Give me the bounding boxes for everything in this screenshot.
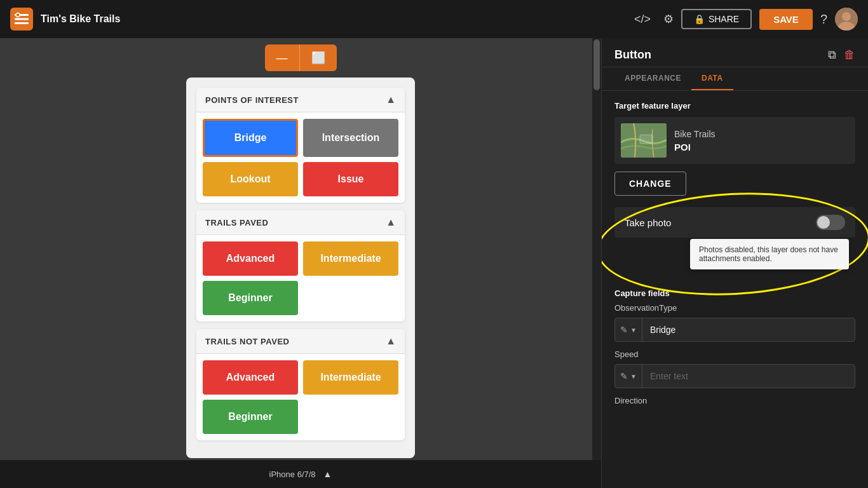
poi-section-header-points: POINTS OF INTEREST ▲: [196, 88, 405, 112]
right-panel: Button ⧉ 🗑 APPEARANCE DATA Target featur…: [601, 38, 868, 488]
capture-fields-label: Capture fields: [614, 288, 855, 298]
svg-point-5: [842, 12, 851, 21]
paved-advanced-button[interactable]: Advanced: [203, 241, 298, 276]
observation-type-value: Bridge: [642, 318, 855, 341]
poi-section-toggle-points[interactable]: ▲: [386, 94, 396, 105]
feature-layer-info: Bike Trails POI: [674, 129, 715, 152]
topbar-icons: </> ⚙: [634, 12, 674, 26]
chevron-up-icon[interactable]: ▲: [323, 469, 332, 479]
device-bar: iPhone 6/7/8 ▲: [0, 460, 601, 488]
take-photo-toggle[interactable]: [816, 215, 845, 230]
poi-section-points: POINTS OF INTEREST ▲ Bridge Intersection…: [196, 88, 405, 203]
unpaved-intermediate-button[interactable]: Intermediate: [303, 360, 398, 395]
main-area: — ⬜ POINTS OF INTEREST ▲ Bridge Intersec…: [0, 38, 868, 488]
speed-field: ✎ ▼: [614, 364, 855, 388]
poi-section-paved: Trails Paved ▲ Advanced Intermediate Beg…: [196, 210, 405, 322]
save-button[interactable]: SAVE: [759, 9, 813, 30]
device-label: iPhone 6/7/8: [269, 470, 316, 479]
chevron-down-icon-speed: ▼: [630, 373, 637, 380]
poi-section-title-paved: Trails Paved: [205, 218, 268, 227]
feature-layer-thumbnail: [621, 123, 667, 158]
chevron-down-icon: ▼: [630, 327, 637, 334]
scrollbar-thumb: [593, 39, 600, 90]
paved-intermediate-button[interactable]: Intermediate: [303, 241, 398, 276]
speed-edit-icon[interactable]: ✎ ▼: [615, 365, 642, 388]
app-title: Tim's Bike Trails: [41, 13, 627, 25]
intersection-button[interactable]: Intersection: [303, 119, 398, 157]
take-photo-label: Take photo: [625, 217, 671, 228]
panel-header: Button ⧉ 🗑: [602, 38, 868, 67]
panel-body: Target feature layer Bike Trails P: [602, 91, 868, 488]
issue-button[interactable]: Issue: [303, 162, 398, 196]
share-button[interactable]: 🔒 SHARE: [681, 9, 752, 29]
poi-section-unpaved: Trails Not Paved ▲ Advanced Intermediate…: [196, 329, 405, 440]
topbar: Tim's Bike Trails </> ⚙ 🔒 SHARE SAVE ?: [0, 0, 868, 38]
panel-title: Button: [614, 48, 651, 62]
help-button[interactable]: ?: [820, 12, 827, 27]
svg-point-3: [16, 13, 20, 17]
observation-type-label: ObservationType: [614, 303, 855, 313]
feature-layer-poi: POI: [674, 142, 715, 152]
svg-rect-1: [15, 18, 29, 20]
paved-beginner-button[interactable]: Beginner: [203, 281, 298, 315]
lock-icon: 🔒: [694, 14, 705, 24]
canvas-scrollbar[interactable]: [592, 38, 601, 460]
svg-rect-8: [640, 135, 653, 144]
svg-rect-2: [15, 22, 29, 24]
settings-button[interactable]: ⚙: [663, 12, 674, 26]
pencil-icon: ✎: [620, 325, 628, 335]
tooltip-box: Photos disabled, this layer does not hav…: [690, 239, 849, 269]
delete-panel-button[interactable]: 🗑: [844, 48, 855, 62]
avatar: [835, 8, 858, 30]
poi-buttons-grid-points: Bridge Intersection Lookout Issue: [196, 112, 405, 203]
feature-layer-name: Bike Trails: [674, 129, 715, 139]
speed-input[interactable]: [642, 365, 855, 388]
canvas-area: — ⬜ POINTS OF INTEREST ▲ Bridge Intersec…: [0, 38, 601, 488]
feature-layer-card: Bike Trails POI: [614, 117, 855, 164]
tab-data[interactable]: DATA: [691, 67, 733, 90]
toggle-thumb: [817, 216, 830, 229]
code-button[interactable]: </>: [634, 13, 651, 26]
observation-type-field: ✎ ▼ Bridge: [614, 318, 855, 342]
poi-section-header-unpaved: Trails Not Paved ▲: [196, 329, 405, 354]
take-photo-container: Take photo Photos disabled, this layer d…: [614, 207, 855, 278]
poi-section-title-points: POINTS OF INTEREST: [205, 95, 299, 105]
speed-label: Speed: [614, 349, 855, 359]
direction-label: Direction: [614, 396, 855, 405]
lookout-button[interactable]: Lookout: [203, 162, 298, 196]
tab-appearance[interactable]: APPEARANCE: [614, 67, 691, 90]
poi-section-toggle-unpaved[interactable]: ▲: [386, 336, 396, 347]
panel-header-icons: ⧉ 🗑: [828, 48, 855, 62]
copy-panel-button[interactable]: ⧉: [828, 48, 836, 62]
logo-icon: [10, 8, 33, 30]
expand-button[interactable]: ⬜: [300, 44, 337, 71]
pencil-icon-speed: ✎: [620, 371, 628, 381]
minimize-button[interactable]: —: [265, 44, 300, 71]
phone-mockup: POINTS OF INTEREST ▲ Bridge Intersection…: [186, 78, 415, 458]
observation-type-edit-icon[interactable]: ✎ ▼: [615, 318, 642, 341]
panel-tabs: APPEARANCE DATA: [602, 67, 868, 91]
unpaved-advanced-button[interactable]: Advanced: [203, 360, 298, 395]
poi-section-header-paved: Trails Paved ▲: [196, 210, 405, 235]
poi-section-title-unpaved: Trails Not Paved: [205, 337, 289, 346]
target-feature-layer-label: Target feature layer: [614, 101, 855, 111]
poi-buttons-grid-paved: Advanced Intermediate Beginner: [196, 235, 405, 322]
phone-controls: — ⬜: [265, 44, 337, 71]
poi-section-toggle-paved[interactable]: ▲: [386, 217, 396, 228]
take-photo-row: Take photo: [614, 207, 855, 238]
poi-buttons-grid-unpaved: Advanced Intermediate Beginner: [196, 354, 405, 440]
change-button[interactable]: CHANGE: [614, 172, 686, 196]
unpaved-beginner-button[interactable]: Beginner: [203, 400, 298, 434]
bridge-button[interactable]: Bridge: [203, 119, 298, 157]
